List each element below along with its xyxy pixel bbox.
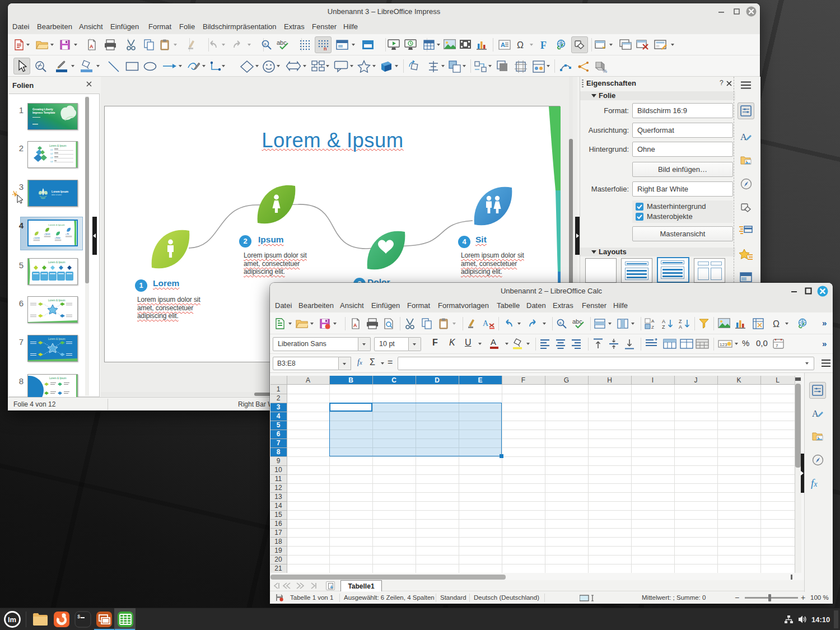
svg-text:5: 5 xyxy=(277,421,281,429)
svg-text:Z: Z xyxy=(651,325,654,329)
svg-text:B: B xyxy=(348,376,353,384)
svg-text:● Ipsum: ● Ipsum xyxy=(44,233,50,235)
svg-text:12: 12 xyxy=(274,484,282,492)
svg-text:17: 17 xyxy=(274,529,282,536)
svg-text:lm: lm xyxy=(8,615,16,624)
svg-text:Lorem & Ipsum: Lorem & Ipsum xyxy=(48,338,66,340)
svg-text:dolor sit amet: dolor sit amet xyxy=(52,194,62,196)
svg-text:Z: Z xyxy=(679,319,682,324)
svg-text:8: 8 xyxy=(277,448,281,456)
svg-text:11: 11 xyxy=(275,475,282,483)
svg-text:3: 3 xyxy=(277,403,281,411)
svg-text:Ω: Ω xyxy=(773,319,780,329)
svg-text:A: A xyxy=(651,319,655,324)
svg-text:14: 14 xyxy=(274,502,282,510)
svg-text:A: A xyxy=(679,324,682,329)
svg-text:1: 1 xyxy=(277,385,281,393)
svg-text:18: 18 xyxy=(274,538,282,545)
svg-text:7: 7 xyxy=(277,439,281,447)
svg-text:● Dolor: ● Dolor xyxy=(55,237,61,239)
svg-text:Lorem & Ipsum: Lorem & Ipsum xyxy=(48,299,66,302)
svg-text:A: A xyxy=(662,319,665,324)
svg-text:a: a xyxy=(264,41,267,46)
svg-text:A: A xyxy=(353,323,357,328)
svg-text:19: 19 xyxy=(274,547,282,554)
svg-text:L: L xyxy=(776,376,780,384)
svg-text:D: D xyxy=(435,376,440,384)
svg-text:9: 9 xyxy=(277,457,281,465)
svg-text:Z: Z xyxy=(662,324,665,329)
svg-text:21: 21 xyxy=(274,564,282,572)
svg-text:Lorem Ipsum: Lorem Ipsum xyxy=(52,190,68,193)
svg-text:K: K xyxy=(736,376,741,384)
svg-text:A: A xyxy=(90,44,94,49)
svg-text:Impress Template: Impress Template xyxy=(32,111,55,114)
svg-text:20: 20 xyxy=(274,556,282,563)
svg-text:G: G xyxy=(564,376,569,384)
svg-text:Lorem & Ipsum: Lorem & Ipsum xyxy=(48,261,66,264)
svg-text:A: A xyxy=(483,319,489,328)
svg-text:E: E xyxy=(478,376,482,384)
svg-text:● Lorem: ● Lorem xyxy=(34,237,40,239)
svg-text:Lorem & Ipsum: Lorem & Ipsum xyxy=(49,377,67,380)
svg-text:A: A xyxy=(501,41,505,48)
svg-text:F: F xyxy=(521,376,525,384)
svg-text:03: 03 xyxy=(50,156,53,159)
svg-text:Growing Liberty: Growing Liberty xyxy=(32,108,53,111)
svg-text:Lorem & Ipsum: Lorem & Ipsum xyxy=(48,223,65,226)
svg-text:16: 16 xyxy=(274,520,282,528)
svg-text:4: 4 xyxy=(277,412,281,420)
svg-text:Ω: Ω xyxy=(517,40,524,50)
svg-text:2: 2 xyxy=(277,394,281,402)
svg-text:H: H xyxy=(607,376,612,384)
svg-text:A: A xyxy=(306,376,310,384)
svg-text:02: 02 xyxy=(50,152,53,155)
svg-text:7: 7 xyxy=(776,343,778,348)
svg-text:10: 10 xyxy=(274,466,282,474)
svg-text:6: 6 xyxy=(277,430,281,438)
svg-text:J: J xyxy=(694,376,698,384)
svg-text:15: 15 xyxy=(274,511,282,519)
svg-text:n: n xyxy=(324,46,327,50)
svg-text:04: 04 xyxy=(50,160,53,163)
svg-text:$: $ xyxy=(77,614,81,620)
svg-text:01: 01 xyxy=(50,148,53,151)
svg-text:● Sit: ● Sit xyxy=(66,233,69,235)
svg-text:Lorem & Ipsum: Lorem & Ipsum xyxy=(49,144,67,147)
svg-text:13: 13 xyxy=(274,493,282,501)
svg-text:F: F xyxy=(540,40,547,50)
svg-text:%: % xyxy=(603,68,607,73)
svg-text:123: 123 xyxy=(720,342,727,347)
svg-text:C: C xyxy=(391,376,396,384)
svg-text:I: I xyxy=(652,376,654,384)
svg-text:a: a xyxy=(559,320,562,325)
